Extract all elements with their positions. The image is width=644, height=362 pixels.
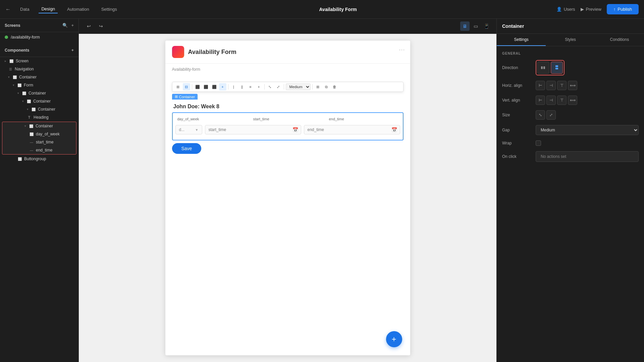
tree-item-screen[interactable]: ▸ ⬜ Screen [0,57,78,65]
svg-rect-3 [555,68,558,69]
publish-icon: ↑ [613,7,616,12]
container-tree-icon: ⬜ [26,99,31,104]
select-arrow-icon: ▼ [195,128,199,132]
on-click-button[interactable]: No actions set [536,151,639,162]
it-size-select[interactable]: Medium Small Large [286,83,311,90]
users-button[interactable]: 👤 Users [556,7,575,12]
expand-icon: ▾ [22,100,24,103]
svg-rect-1 [543,66,545,69]
mobile-view-button[interactable]: 📱 [482,21,491,31]
top-bar: ← Data Design Automation Settings Availa… [0,0,644,19]
desktop-view-button[interactable]: 🖥 [460,21,470,31]
it-copy[interactable]: ⧉ [323,83,330,90]
tree-item-container-1[interactable]: ▾ ⬜ Container [0,73,78,81]
screen-item-availability[interactable]: /availability-form [0,32,78,42]
size-expand-button[interactable]: ⤢ [546,110,556,120]
fab-button[interactable]: + [386,331,402,347]
horiz-align-center[interactable]: ⊣ [546,81,556,90]
tab-conditions[interactable]: Conditions [595,34,644,46]
nav-tab-design[interactable]: Design [39,5,57,13]
add-component-icon[interactable]: + [71,48,74,53]
it-align-right[interactable]: ⬛ [211,83,218,90]
horiz-align-stretch[interactable]: ⟺ [568,81,577,90]
tree-item-container-2[interactable]: ▾ ⬜ Container [0,89,78,97]
top-bar-left: ← Data Design Automation Settings [5,5,120,13]
tree-item-container-4[interactable]: ▾ ⬜ Container [0,105,78,113]
direction-row-button[interactable] [537,62,549,74]
tab-settings[interactable]: Settings [497,34,546,46]
nav-tab-settings[interactable]: Settings [99,5,120,13]
add-screen-icon[interactable]: + [71,23,74,28]
it-align-left[interactable]: ⬛ [194,83,201,90]
vert-align-center[interactable]: ⊣ [546,96,556,105]
size-shrink-button[interactable]: ⤡ [536,110,545,120]
vert-align-end[interactable]: ⊤ [557,96,567,105]
start-time-field[interactable]: 📅 [205,125,301,134]
tree-item-buttongroup[interactable]: ⬜ Buttongroup [0,155,78,163]
it-plus[interactable]: + [255,83,263,90]
it-align-active[interactable]: + [219,83,226,90]
tab-styles[interactable]: Styles [546,34,595,46]
start-time-input[interactable] [205,125,290,134]
end-time-field[interactable]: 📅 [304,125,400,134]
tree-item-end-time[interactable]: — end_time [2,146,76,154]
it-size-large[interactable]: ⤢ [275,83,282,90]
calendar-icon-end[interactable]: 📅 [389,127,400,132]
it-row[interactable]: ≡ [247,83,254,90]
end-time-input[interactable] [304,125,389,134]
undo-button[interactable]: ↩ [84,21,94,31]
it-align-center[interactable]: ⬛ [202,83,210,90]
tree-label: Heading [34,115,49,120]
direction-column-button[interactable] [551,62,563,74]
tree-item-container-selected[interactable]: ▾ ⬜ Container [2,122,76,130]
tree-item-container-3[interactable]: ▾ ⬜ Container [0,97,78,105]
tree-item-navigation[interactable]: ☰ Navigation [0,65,78,73]
it-layout-1[interactable]: ⊞ [314,83,322,90]
tree-item-heading[interactable]: T Heading [0,113,78,121]
it-col-1[interactable]: | [230,83,237,90]
toolbar-divider [264,84,265,89]
right-panel-content: GENERAL Direction [497,46,644,362]
publish-button[interactable]: ↑ Publish [607,4,639,14]
tree-item-day-of-week[interactable]: ⬜ day_of_week [2,130,76,138]
tree-item-start-time[interactable]: — start_time [2,138,76,146]
vert-align-row: Vert. align ⊢ ⊣ ⊤ ⟺ [502,96,639,105]
vert-align-stretch[interactable]: ⟺ [568,96,577,105]
tree-label: end_time [36,148,52,153]
redo-button[interactable]: ↪ [96,21,106,31]
vert-align-start[interactable]: ⊢ [536,96,545,105]
back-button[interactable]: ← [5,6,11,12]
form-headers-row: day_of_week start_time end_time [175,116,400,122]
preview-button[interactable]: ▶ Preview [581,7,601,12]
gap-label: Gap [502,128,536,132]
tree-label: Container [29,91,46,96]
container-badge-label: Container [179,95,195,99]
components-header: Components + [0,44,78,57]
it-delete[interactable]: 🗑 [331,83,338,90]
wrap-checkbox[interactable] [536,140,541,146]
day-of-week-field[interactable]: d... ▼ [175,125,202,134]
tree-item-form[interactable]: ▾ ⬜ Form [0,81,78,89]
tablet-view-button[interactable]: ▭ [471,21,480,31]
horiz-align-end[interactable]: ⊤ [557,81,567,90]
nav-tab-automation[interactable]: Automation [64,5,92,13]
wrap-row: Wrap [502,140,639,146]
app-menu-icon[interactable]: ⋯ [399,46,405,53]
on-click-row: On click No actions set [502,151,639,162]
expand-icon: ▾ [24,124,26,128]
expand-icon: ▾ [17,92,19,95]
it-table-icon[interactable]: ⊞ [174,83,182,90]
components-title: Components [5,48,29,53]
gap-select[interactable]: Medium None Small Large [536,125,639,135]
size-controls: ⤡ ⤢ [536,110,639,120]
form-heading: John Doe: Week 8 [172,104,404,110]
nav-tab-data[interactable]: Data [17,5,32,13]
it-size-small[interactable]: ⤡ [266,83,274,90]
horiz-align-start[interactable]: ⊢ [536,81,545,90]
search-icon[interactable]: 🔍 [62,23,68,28]
it-col-2[interactable]: || [238,83,246,90]
calendar-icon-start[interactable]: 📅 [290,127,301,132]
it-grid-icon[interactable]: ⊟ [183,83,190,90]
save-button[interactable]: Save [172,143,202,154]
top-bar-right: 👤 Users ▶ Preview ↑ Publish [556,4,639,14]
